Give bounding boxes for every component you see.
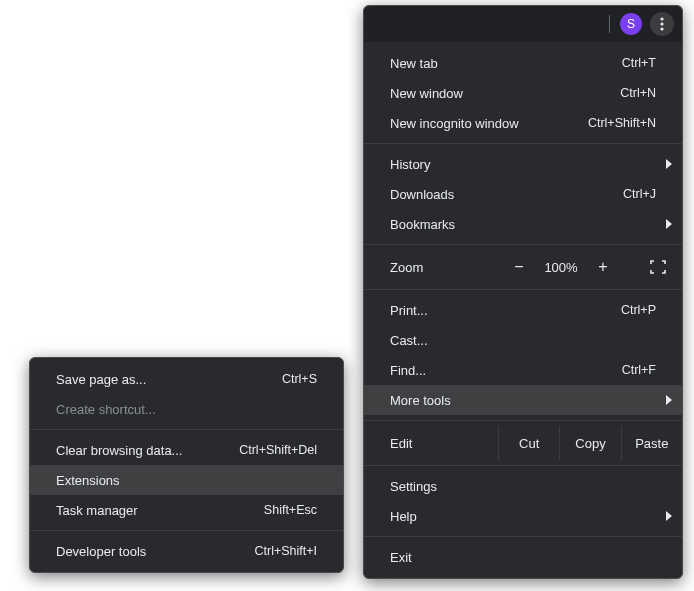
svg-point-2 — [660, 27, 663, 30]
menu-separator — [364, 465, 682, 466]
label: Help — [390, 509, 417, 524]
zoom-row: Zoom − 100% + — [364, 250, 682, 284]
chrome-main-menu: S New tab Ctrl+T New window Ctrl+N New i… — [363, 5, 683, 579]
label: Bookmarks — [390, 217, 455, 232]
shortcut: Ctrl+Shift+N — [588, 116, 656, 130]
menu-separator — [364, 536, 682, 537]
submenu-item-task-manager[interactable]: Task manager Shift+Esc — [30, 495, 343, 525]
shortcut: Ctrl+T — [622, 56, 656, 70]
label: Task manager — [56, 503, 138, 518]
kebab-menu-icon[interactable] — [650, 12, 674, 36]
shortcut: Ctrl+P — [621, 303, 656, 317]
menu-item-more-tools[interactable]: More tools — [364, 385, 682, 415]
menu-separator — [364, 289, 682, 290]
svg-point-1 — [660, 22, 663, 25]
label: New incognito window — [390, 116, 519, 131]
zoom-in-button[interactable]: + — [586, 259, 620, 275]
label: Save page as... — [56, 372, 146, 387]
label: Print... — [390, 303, 428, 318]
menu-separator — [364, 143, 682, 144]
menu-item-new-window[interactable]: New window Ctrl+N — [364, 78, 682, 108]
label: Create shortcut... — [56, 402, 156, 417]
menu-separator — [30, 429, 343, 430]
label: Extensions — [56, 473, 120, 488]
menu-item-cast[interactable]: Cast... — [364, 325, 682, 355]
menu-item-print[interactable]: Print... Ctrl+P — [364, 295, 682, 325]
avatar-initial: S — [627, 17, 635, 31]
label: Developer tools — [56, 544, 146, 559]
menu-item-downloads[interactable]: Downloads Ctrl+J — [364, 179, 682, 209]
menu-separator — [364, 244, 682, 245]
copy-button[interactable]: Copy — [559, 426, 620, 460]
menu-item-help[interactable]: Help — [364, 501, 682, 531]
toolbar-divider — [609, 15, 610, 33]
shortcut: Ctrl+N — [620, 86, 656, 100]
zoom-value: 100% — [536, 260, 586, 275]
label: History — [390, 157, 430, 172]
menu-item-history[interactable]: History — [364, 149, 682, 179]
label: Downloads — [390, 187, 454, 202]
submenu-item-save-page[interactable]: Save page as... Ctrl+S — [30, 364, 343, 394]
menu-item-incognito[interactable]: New incognito window Ctrl+Shift+N — [364, 108, 682, 138]
label: Cast... — [390, 333, 428, 348]
label: New window — [390, 86, 463, 101]
menu-separator — [364, 420, 682, 421]
submenu-item-create-shortcut: Create shortcut... — [30, 394, 343, 424]
shortcut: Ctrl+F — [622, 363, 656, 377]
browser-toolbar-right: S — [364, 6, 682, 42]
shortcut: Ctrl+S — [282, 372, 317, 386]
submenu-item-developer-tools[interactable]: Developer tools Ctrl+Shift+I — [30, 536, 343, 566]
label: Settings — [390, 479, 437, 494]
profile-avatar[interactable]: S — [620, 13, 642, 35]
edit-row: Edit Cut Copy Paste — [364, 426, 682, 460]
shortcut: Ctrl+J — [623, 187, 656, 201]
submenu-item-clear-data[interactable]: Clear browsing data... Ctrl+Shift+Del — [30, 435, 343, 465]
shortcut: Shift+Esc — [264, 503, 317, 517]
menu-item-bookmarks[interactable]: Bookmarks — [364, 209, 682, 239]
menu-separator — [30, 530, 343, 531]
submenu-arrow-icon — [666, 395, 672, 405]
fullscreen-icon[interactable] — [634, 260, 682, 274]
label: Exit — [390, 550, 412, 565]
label: Find... — [390, 363, 426, 378]
label: New tab — [390, 56, 438, 71]
menu-item-settings[interactable]: Settings — [364, 471, 682, 501]
edit-label: Edit — [364, 436, 498, 451]
main-menu-body: New tab Ctrl+T New window Ctrl+N New inc… — [364, 42, 682, 578]
submenu-arrow-icon — [666, 219, 672, 229]
zoom-out-button[interactable]: − — [502, 259, 536, 275]
submenu-item-extensions[interactable]: Extensions — [30, 465, 343, 495]
cut-button[interactable]: Cut — [498, 426, 559, 460]
label: Clear browsing data... — [56, 443, 182, 458]
svg-point-0 — [660, 17, 663, 20]
shortcut: Ctrl+Shift+Del — [239, 443, 317, 457]
menu-item-exit[interactable]: Exit — [364, 542, 682, 572]
paste-button[interactable]: Paste — [621, 426, 682, 460]
more-tools-submenu: Save page as... Ctrl+S Create shortcut..… — [29, 357, 344, 573]
submenu-arrow-icon — [666, 159, 672, 169]
label: More tools — [390, 393, 451, 408]
submenu-arrow-icon — [666, 511, 672, 521]
zoom-label: Zoom — [364, 260, 502, 275]
menu-item-find[interactable]: Find... Ctrl+F — [364, 355, 682, 385]
menu-item-new-tab[interactable]: New tab Ctrl+T — [364, 48, 682, 78]
shortcut: Ctrl+Shift+I — [254, 544, 317, 558]
